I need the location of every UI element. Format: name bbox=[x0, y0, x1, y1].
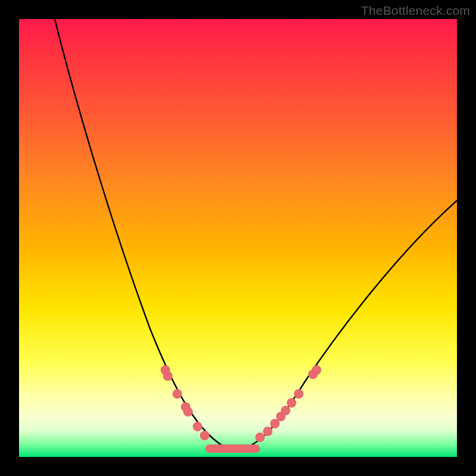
marker-dot bbox=[183, 407, 193, 416]
marker-dot bbox=[255, 433, 265, 442]
bottleneck-curve bbox=[55, 19, 457, 450]
marker-dot bbox=[287, 398, 296, 408]
marker-dot bbox=[193, 422, 202, 431]
marker-dot bbox=[173, 389, 182, 399]
marker-dot bbox=[200, 431, 209, 440]
watermark-text: TheBottleneck.com bbox=[361, 4, 470, 18]
marker-dot bbox=[312, 365, 321, 375]
marker-dot bbox=[294, 389, 303, 399]
marker-dot bbox=[281, 406, 290, 415]
chart-plot-area bbox=[19, 19, 457, 457]
marker-dot bbox=[163, 371, 173, 381]
chart-frame: TheBottleneck.com bbox=[0, 0, 476, 476]
marker-dot bbox=[263, 427, 273, 436]
chart-overlay bbox=[19, 19, 457, 457]
